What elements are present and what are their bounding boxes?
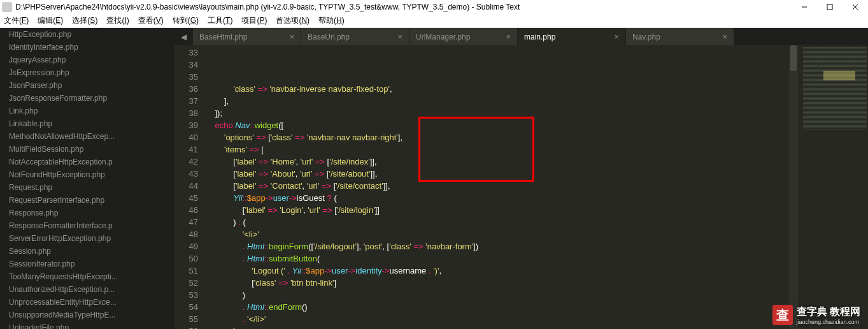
menu-find[interactable]: 查找(I): [106, 15, 129, 26]
tab[interactable]: main.php×: [518, 28, 626, 45]
scrollbar-thumb[interactable]: [790, 45, 797, 71]
line-number: 38: [174, 107, 198, 119]
line-number: 54: [174, 301, 198, 313]
code-line[interactable]: '<li>': [206, 228, 798, 240]
sidebar-item[interactable]: JsExpression.php: [0, 66, 174, 79]
tab-scroll-left-icon[interactable]: ◀: [174, 28, 193, 45]
code-line[interactable]: . Html::beginForm(['/site/logout'], 'pos…: [206, 240, 798, 252]
line-number: 45: [174, 192, 198, 204]
close-icon[interactable]: ×: [506, 32, 511, 41]
menu-file[interactable]: 文件(F): [4, 15, 29, 26]
line-number: 37: [174, 95, 198, 107]
code-line[interactable]: . '</li>': [206, 313, 798, 325]
sidebar-item[interactable]: Link.php: [0, 105, 174, 117]
minimap[interactable]: [798, 45, 868, 329]
line-number: 34: [174, 59, 198, 71]
sidebar-item[interactable]: Response.php: [0, 207, 174, 219]
close-icon[interactable]: ×: [289, 32, 294, 41]
sidebar-item[interactable]: UnsupportedMediaTypeHttpE...: [0, 309, 174, 321]
line-number: 55: [174, 313, 198, 325]
close-icon[interactable]: ×: [722, 32, 727, 41]
line-number: 40: [174, 131, 198, 143]
sidebar-item[interactable]: MethodNotAllowedHttpExcep...: [0, 130, 174, 143]
code-line[interactable]: ['class' => 'btn btn-link']: [206, 277, 798, 289]
sidebar-item[interactable]: ServerErrorHttpException.php: [0, 232, 174, 245]
tab[interactable]: Nav.php×: [626, 28, 734, 45]
tab-label: BaseUrl.php: [308, 33, 392, 41]
code-line[interactable]: ) : (: [206, 216, 798, 228]
code-line[interactable]: 'Logout (' . Yii::$app->user->identity->…: [206, 265, 798, 277]
line-number: 44: [174, 180, 198, 192]
titlebar: D:\PHPServer\Apache24\htdocs\yii-v2.0.9-…: [0, 0, 868, 14]
minimap-accent: [823, 71, 855, 80]
code-content[interactable]: 'class' => 'navbar-inverse navbar-fixed-…: [206, 45, 798, 329]
sidebar[interactable]: HttpException.phpIdentityInterface.phpJq…: [0, 28, 174, 329]
window-controls: [792, 0, 868, 14]
main-area: HttpException.phpIdentityInterface.phpJq…: [0, 28, 868, 329]
menu-edit[interactable]: 编辑(E): [38, 15, 63, 26]
menu-goto[interactable]: 转到(G): [173, 15, 199, 26]
close-button[interactable]: [843, 0, 868, 14]
window-title: D:\PHPServer\Apache24\htdocs\yii-v2.0.9-…: [15, 3, 865, 11]
close-icon[interactable]: ×: [397, 32, 402, 41]
sidebar-item[interactable]: HttpException.php: [0, 28, 174, 41]
sidebar-item[interactable]: MultiFieldSession.php: [0, 143, 174, 156]
vertical-scrollbar[interactable]: [789, 45, 798, 329]
sidebar-item[interactable]: JqueryAsset.php: [0, 54, 174, 66]
line-number: 50: [174, 252, 198, 265]
code-line[interactable]: Yii::$app->user->isGuest ? (: [206, 192, 798, 204]
code-line[interactable]: . Html::endForm(): [206, 301, 798, 313]
code-line[interactable]: echo Nav::widget([: [206, 119, 798, 131]
menu-view[interactable]: 查看(V): [138, 15, 164, 26]
sidebar-item[interactable]: NotFoundHttpException.php: [0, 168, 174, 181]
code-line[interactable]: ['label' => 'Contact', 'url' => ['/site/…: [206, 180, 798, 192]
sidebar-item[interactable]: Request.php: [0, 181, 174, 194]
code-line[interactable]: . Html::submitButton(: [206, 252, 798, 265]
tab[interactable]: BaseUrl.php×: [301, 28, 409, 45]
tab-label: BaseHtml.php: [199, 33, 284, 41]
sidebar-item[interactable]: UnauthorizedHttpException.p...: [0, 283, 174, 296]
app-icon: [3, 3, 11, 11]
code-line[interactable]: ['label' => 'Login', 'url' => ['/site/lo…: [206, 204, 798, 216]
maximize-button[interactable]: [817, 0, 843, 14]
line-number: 39: [174, 119, 198, 131]
sidebar-item[interactable]: TooManyRequestsHttpExcepti...: [0, 270, 174, 283]
minimap-content: [803, 47, 867, 129]
line-number: 36: [174, 83, 198, 95]
menu-help[interactable]: 帮助(H): [318, 15, 345, 26]
line-number: 42: [174, 156, 198, 168]
code-line[interactable]: 'class' => 'navbar-inverse navbar-fixed-…: [206, 83, 798, 95]
menu-select[interactable]: 选择(S): [72, 15, 97, 26]
code-area[interactable]: 3334353637383940414243444546474849505152…: [174, 45, 868, 329]
code-line[interactable]: 'options' => ['class' => 'navbar-nav nav…: [206, 131, 798, 143]
tab-label: UrlManager.php: [416, 33, 501, 41]
code-line[interactable]: 'items' => [: [206, 143, 798, 156]
code-line[interactable]: ]);: [206, 107, 798, 119]
sidebar-item[interactable]: SessionIterator.php: [0, 258, 174, 270]
menu-project[interactable]: 项目(P): [241, 15, 267, 26]
sidebar-item[interactable]: UploadedFile.php: [0, 321, 174, 329]
sidebar-item[interactable]: ResponseFormatterInterface.p: [0, 219, 174, 232]
sidebar-item[interactable]: NotAcceptableHttpException.p: [0, 156, 174, 168]
minimize-button[interactable]: [792, 0, 817, 14]
sidebar-item[interactable]: IdentityInterface.php: [0, 41, 174, 54]
line-number: 33: [174, 47, 198, 59]
code-line[interactable]: ): [206, 325, 798, 329]
menu-tools[interactable]: 工具(T): [208, 15, 232, 26]
sidebar-item[interactable]: RequestParserInterface.php: [0, 194, 174, 207]
menu-prefs[interactable]: 首选项(N): [276, 15, 309, 26]
sidebar-item[interactable]: Linkable.php: [0, 117, 174, 130]
tab[interactable]: UrlManager.php×: [409, 28, 518, 45]
tab-label: main.php: [524, 33, 609, 41]
code-line[interactable]: ],: [206, 95, 798, 107]
sidebar-item[interactable]: Session.php: [0, 245, 174, 258]
line-number: 43: [174, 168, 198, 180]
code-line[interactable]: ): [206, 289, 798, 301]
close-icon[interactable]: ×: [614, 32, 619, 41]
code-line[interactable]: ['label' => 'Home', 'url' => ['/site/ind…: [206, 156, 798, 168]
sidebar-item[interactable]: JsonParser.php: [0, 79, 174, 92]
code-line[interactable]: ['label' => 'About', 'url' => ['/site/ab…: [206, 168, 798, 180]
sidebar-item[interactable]: JsonResponseFormatter.php: [0, 92, 174, 105]
tab[interactable]: BaseHtml.php×: [193, 28, 301, 45]
sidebar-item[interactable]: UnprocessableEntityHttpExce...: [0, 296, 174, 309]
